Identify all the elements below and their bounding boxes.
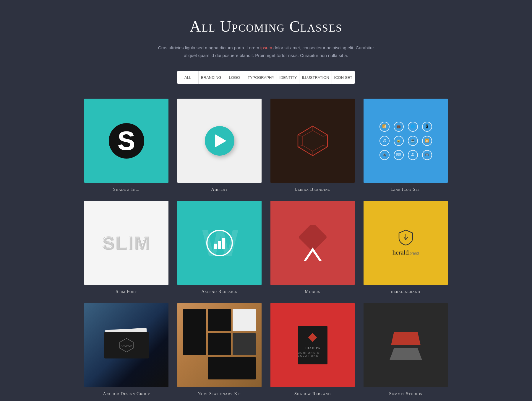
grid-label-summit: Summit Studios xyxy=(389,391,422,396)
grid-label-novi: Novi Stationary Kit xyxy=(198,391,241,396)
filter-iconset[interactable]: ICON SET xyxy=(332,71,355,84)
icon-bag: 💼 xyxy=(394,122,404,132)
grid-item-airplay[interactable]: Airplay xyxy=(177,99,262,192)
filter-logo[interactable]: LOGO xyxy=(224,71,245,84)
grid-label-shadow-rebrand: Shadow Rebrand xyxy=(294,391,331,396)
filter-typography[interactable]: TYPOGRAPHY xyxy=(245,71,277,84)
grid-label-anchor: Anchor Design Group xyxy=(103,391,150,396)
icon-keyboard: ⌨ xyxy=(394,150,404,160)
icon-globe: 🌐 xyxy=(408,122,418,132)
icon-wifi: 📶 xyxy=(379,122,390,132)
filter-illustration[interactable]: ILLUSTRATION xyxy=(299,71,332,84)
grid-label-mobius: Mobius xyxy=(305,289,320,294)
page-title: All Upcoming Classes xyxy=(84,18,448,35)
svg-line-4 xyxy=(323,145,327,147)
grid-item-slim[interactable]: SLIM Slim Font xyxy=(84,201,168,294)
svg-line-3 xyxy=(323,135,327,136)
svg-marker-1 xyxy=(302,131,323,151)
grid-label-umbra: Umbra Branding xyxy=(295,187,331,192)
filter-identity[interactable]: IDENTITY xyxy=(277,71,299,84)
svg-line-7 xyxy=(298,135,302,136)
svg-marker-14 xyxy=(390,348,422,360)
icon-signal: 📶 xyxy=(422,136,432,146)
filter-bar: ALL BRANDING LOGO TYPOGRAPHY IDENTITY IL… xyxy=(84,71,448,84)
grid-item-lineicon[interactable]: 📶 💼 🌐 📱 🖨 🔒 💻 📶 🔌 ⌨ 🖧 🎮 xyxy=(364,99,448,192)
grid-item-umbra[interactable]: Umbra Branding xyxy=(270,99,355,192)
grid-label-herald: herald.brand xyxy=(391,289,420,294)
grid-label-ascend: Ascend Redesign xyxy=(201,289,238,294)
filter-all[interactable]: ALL xyxy=(177,71,199,84)
grid-item-novi[interactable]: Novi Stationary Kit xyxy=(177,303,262,396)
grid-item-shadow-inc[interactable]: S Shadow Inc. xyxy=(84,99,168,192)
svg-line-6 xyxy=(298,145,302,147)
grid-label-lineicon: Line Icon Set xyxy=(391,187,420,192)
grid-item-shadow-rebrand[interactable]: SHADOW CORPORATE SOLUTIONS Shadow Rebran… xyxy=(270,303,355,396)
grid-item-herald[interactable]: herald.brand herald.brand xyxy=(364,201,448,294)
grid-item-ascend[interactable]: W Ascend Redesign xyxy=(177,201,262,294)
icon-lock: 🔒 xyxy=(394,136,404,146)
svg-text:ANCHOR: ANCHOR xyxy=(121,344,132,347)
grid-label-shadow-inc: Shadow Inc. xyxy=(113,187,140,192)
grid-label-airplay: Airplay xyxy=(211,187,228,192)
icon-gamepad: 🎮 xyxy=(422,150,432,160)
page-description: Cras ultricies ligula sed magna dictum p… xyxy=(157,44,375,59)
grid-item-summit[interactable]: Summit Studios xyxy=(364,303,448,396)
svg-marker-13 xyxy=(391,332,421,345)
icon-phone: 📱 xyxy=(422,122,432,132)
icon-network: 🖧 xyxy=(408,150,418,160)
portfolio-grid: S Shadow Inc. Airplay xyxy=(84,99,448,396)
grid-item-mobius[interactable]: Mobius xyxy=(270,201,355,294)
icon-usb: 🔌 xyxy=(379,150,390,160)
icon-print: 🖨 xyxy=(379,136,390,146)
filter-branding[interactable]: BRANDING xyxy=(199,71,224,84)
icon-monitor: 💻 xyxy=(408,136,418,146)
grid-item-anchor[interactable]: ANCHOR Anchor Design Group xyxy=(84,303,168,396)
grid-label-slim: Slim Font xyxy=(116,289,137,294)
